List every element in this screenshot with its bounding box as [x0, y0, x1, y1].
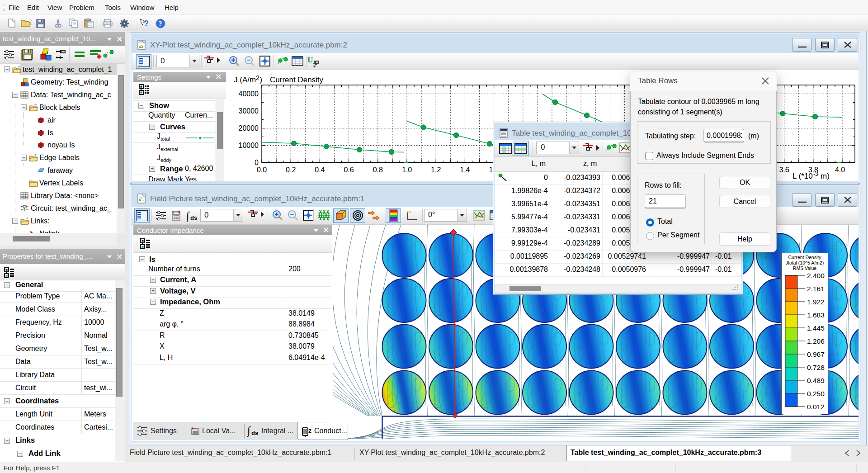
svg-text:2.161: 2.161 [807, 285, 825, 293]
svg-text:1.683: 1.683 [807, 311, 825, 319]
svg-text:0: 0 [255, 159, 259, 166]
svg-text:0.2: 0.2 [286, 166, 296, 174]
svg-text:): ) [260, 76, 263, 84]
svg-text:30000: 30000 [239, 107, 259, 115]
svg-text:0.012: 0.012 [807, 403, 825, 411]
svg-text:Jtotal (10^5 A/m2): Jtotal (10^5 A/m2) [786, 260, 824, 265]
svg-text:ds: ds [251, 430, 258, 436]
svg-text:∫: ∫ [247, 425, 251, 437]
svg-text:-3: -3 [813, 171, 818, 177]
svg-text:?: ? [144, 19, 149, 28]
svg-text:2: 2 [256, 74, 259, 81]
svg-text:0.8: 0.8 [373, 166, 383, 174]
svg-text:2.400: 2.400 [807, 272, 825, 279]
svg-text:ds: ds [190, 214, 197, 221]
svg-text:∫: ∫ [186, 210, 190, 222]
svg-text:1.2: 1.2 [431, 166, 441, 174]
svg-text:4.0: 4.0 [835, 166, 845, 174]
svg-text:1.4: 1.4 [460, 166, 470, 174]
svg-text:L (*10: L (*10 [793, 172, 813, 180]
svg-text:0.0: 0.0 [257, 166, 267, 174]
svg-text:1.922: 1.922 [807, 298, 825, 306]
svg-text:0.250: 0.250 [807, 390, 825, 397]
svg-text:?: ? [159, 20, 162, 28]
svg-text:0.967: 0.967 [807, 350, 825, 358]
svg-text:Current Density: Current Density [270, 76, 324, 84]
svg-text:U: U [307, 56, 313, 64]
svg-text:20000: 20000 [239, 124, 259, 132]
svg-text:m): m) [821, 172, 830, 180]
svg-text:Current Density: Current Density [788, 255, 822, 260]
svg-text:0.489: 0.489 [807, 377, 825, 384]
svg-text:3.6: 3.6 [779, 166, 789, 174]
svg-text:J (A/m: J (A/m [234, 76, 256, 84]
svg-text:1.206: 1.206 [807, 337, 825, 345]
svg-text:10000: 10000 [239, 142, 259, 149]
svg-text:0.4: 0.4 [315, 166, 325, 174]
svg-text:1.445: 1.445 [807, 324, 825, 332]
svg-text:z: z [308, 427, 311, 434]
svg-text:1.0: 1.0 [402, 166, 412, 174]
svg-text:0.728: 0.728 [807, 364, 825, 371]
svg-text:RMS Value: RMS Value [793, 265, 816, 271]
svg-text:40000: 40000 [239, 90, 259, 98]
svg-text:0.6: 0.6 [344, 166, 354, 174]
